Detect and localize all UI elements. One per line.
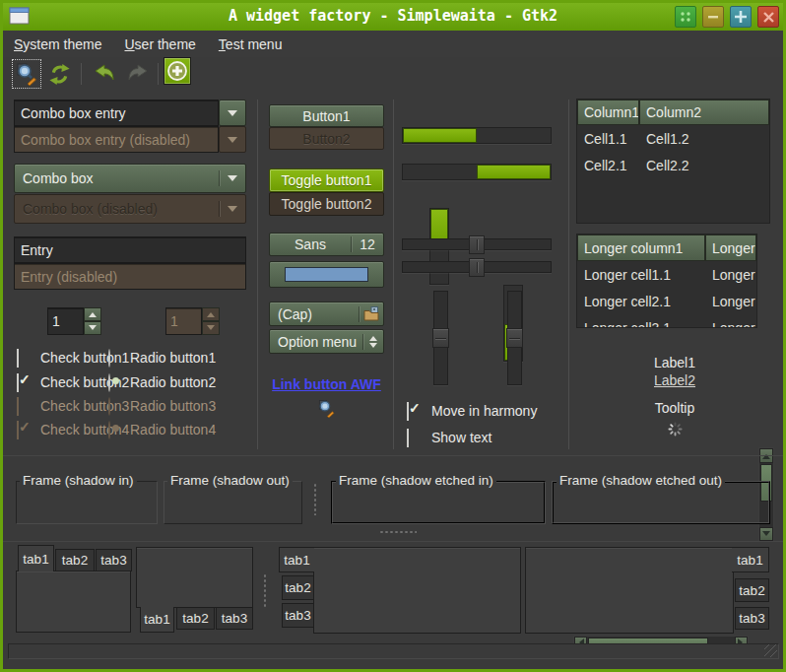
- resize-grip[interactable]: [764, 644, 777, 657]
- check-button-4: [17, 421, 19, 439]
- scale-slider-handle[interactable]: [506, 328, 523, 348]
- tab-tab3[interactable]: tab3: [96, 549, 132, 571]
- progress-bar-1: [402, 127, 552, 144]
- tab-tab2[interactable]: tab2: [735, 578, 769, 602]
- window-menu-icon: [680, 11, 691, 23]
- radio-button-1[interactable]: [108, 349, 110, 368]
- menu-test-menu[interactable]: Test menu: [219, 33, 294, 56]
- column-header[interactable]: Longer col: [705, 235, 756, 261]
- button1[interactable]: Button1: [269, 104, 384, 127]
- font-button[interactable]: Sans 12: [269, 233, 384, 256]
- tab-tab3[interactable]: tab3: [282, 603, 314, 628]
- scroll-down-button[interactable]: [759, 527, 773, 541]
- tab-tab3[interactable]: tab3: [216, 607, 253, 630]
- column-separator: [568, 100, 569, 449]
- file-chooser-button[interactable]: (Cap): [269, 302, 384, 326]
- minimize-button[interactable]: [702, 6, 724, 28]
- notebook-bottom-body: [136, 547, 253, 608]
- combo-box-entry-dropdown[interactable]: [219, 100, 246, 126]
- undo-tool-button[interactable]: [90, 59, 119, 89]
- spin-up-button[interactable]: [84, 307, 101, 321]
- check-button-2[interactable]: [17, 373, 19, 392]
- paned-handle-vertical[interactable]: [263, 573, 267, 607]
- vscale-1[interactable]: [432, 291, 449, 385]
- tab-tab2[interactable]: tab2: [55, 549, 95, 571]
- option-menu[interactable]: Option menu: [269, 329, 384, 354]
- entry-field-wrap: [14, 236, 246, 263]
- scale-slider-handle[interactable]: [469, 235, 485, 254]
- hscale-1[interactable]: [402, 235, 552, 254]
- table-row[interactable]: Cell1.1 Cell1.2: [577, 125, 769, 152]
- toggle-button2: Toggle button2: [269, 192, 384, 216]
- combo-box[interactable]: Combo box: [14, 164, 246, 193]
- tab-tab1[interactable]: tab1: [279, 547, 314, 572]
- check-radio-row: Check button3 Radio button3: [17, 398, 253, 416]
- find-replace-tool-button[interactable]: [12, 59, 41, 89]
- triangle-up-icon: [89, 308, 97, 317]
- entry-field[interactable]: [14, 236, 246, 263]
- menu-label: ser theme: [135, 36, 196, 52]
- option-updown-icon: [363, 332, 383, 352]
- cell: Longer cell2.1: [577, 288, 705, 314]
- spin-input[interactable]: [47, 307, 84, 335]
- column-header[interactable]: Column1: [577, 100, 639, 125]
- spin-down-button[interactable]: [84, 321, 101, 335]
- window-controls: [675, 6, 779, 28]
- scale-slider-handle[interactable]: [432, 328, 449, 348]
- refresh-tool-button[interactable]: [44, 59, 74, 89]
- frame-shadow-etched-in: Frame (shadow etched in): [331, 481, 546, 524]
- maximize-button[interactable]: [730, 6, 752, 28]
- progress-fill: [477, 165, 551, 179]
- chevron-down-icon: [228, 206, 237, 217]
- tab-tab2[interactable]: tab2: [282, 575, 314, 600]
- triangle-down-icon: [762, 531, 770, 540]
- check-radio-row: Check button4 Radio button4: [17, 422, 253, 439]
- color-button[interactable]: [269, 261, 384, 288]
- paned-handle-vertical[interactable]: [313, 483, 317, 515]
- hscale-2[interactable]: [402, 258, 552, 277]
- font-size: 12: [352, 236, 383, 252]
- paned-edge: [3, 455, 783, 456]
- cell: Longer ce: [705, 261, 756, 288]
- redo-icon: [126, 62, 150, 86]
- window-menu-button[interactable]: [675, 6, 696, 28]
- column-header[interactable]: Column2: [639, 100, 769, 125]
- tab-tab2[interactable]: tab2: [176, 607, 215, 630]
- add-tool-button[interactable]: [164, 57, 191, 85]
- table-row[interactable]: Longer cell3.1 Longer ce: [577, 314, 756, 328]
- frame-label: Frame (shadow etched out): [557, 473, 725, 488]
- chevron-down-icon: [228, 110, 237, 121]
- vscale-2[interactable]: [506, 291, 523, 385]
- paned-handle-horizontal[interactable]: [379, 530, 417, 534]
- tab-tab1[interactable]: tab1: [18, 545, 54, 571]
- table-row[interactable]: Longer cell1.1 Longer ce: [577, 261, 756, 288]
- link-button-awf[interactable]: Link button AWF: [272, 376, 381, 392]
- scale-slider-handle[interactable]: [469, 258, 485, 277]
- minimize-icon: [707, 11, 719, 23]
- move-in-harmony-checkbox[interactable]: [407, 402, 409, 421]
- spin-button[interactable]: [47, 307, 101, 335]
- check-button-1[interactable]: [17, 349, 19, 368]
- show-text-checkbox[interactable]: [407, 429, 409, 447]
- column-header[interactable]: Longer column1: [577, 235, 705, 261]
- radio-button-2[interactable]: [108, 373, 110, 392]
- menu-system-theme[interactable]: System theme: [14, 33, 112, 56]
- tab-tab1[interactable]: tab1: [732, 547, 769, 572]
- cell: Longer ce: [705, 288, 756, 314]
- menu-user-theme[interactable]: User theme: [124, 33, 206, 56]
- spin-steppers[interactable]: [84, 307, 101, 335]
- table-row[interactable]: Cell2.1 Cell2.2: [577, 152, 769, 178]
- combo-box-entry-input[interactable]: [14, 100, 219, 126]
- combo-box-entry-disabled-input: [14, 126, 219, 153]
- cell: Longer cell3.1: [577, 314, 705, 328]
- menu-mnemonic: U: [124, 36, 134, 52]
- awf-app-icon: [317, 399, 336, 418]
- combo-box-entry[interactable]: [14, 100, 246, 126]
- tab-tab1[interactable]: tab1: [140, 607, 174, 633]
- close-button[interactable]: [757, 6, 779, 28]
- table-row[interactable]: Longer cell2.1 Longer ce: [577, 288, 756, 314]
- tab-tab3[interactable]: tab3: [735, 607, 769, 630]
- paned-edge: [3, 541, 783, 542]
- toggle-button1[interactable]: Toggle button1: [269, 168, 384, 192]
- button2-disabled: Button2: [269, 127, 384, 150]
